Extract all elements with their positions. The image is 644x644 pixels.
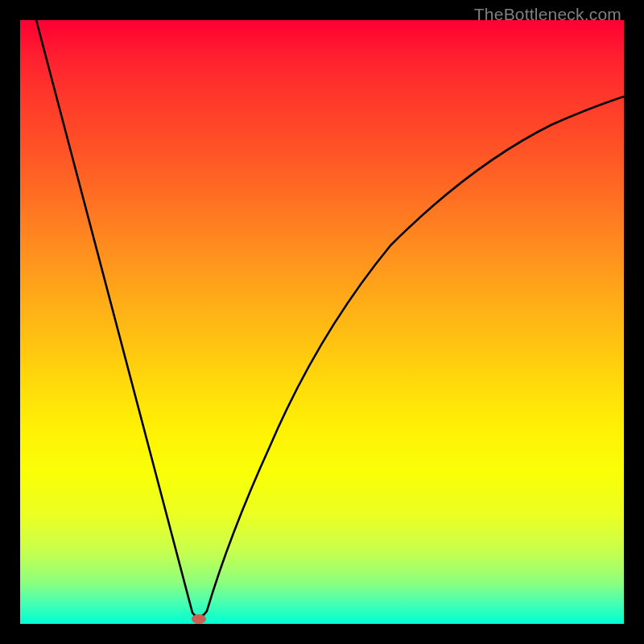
- plot-area: [20, 20, 624, 624]
- minimum-marker: [192, 614, 206, 624]
- curve-path: [36, 20, 624, 617]
- bottleneck-curve: [20, 20, 624, 624]
- chart-frame: TheBottleneck.com: [0, 0, 644, 644]
- watermark-text: TheBottleneck.com: [474, 5, 621, 24]
